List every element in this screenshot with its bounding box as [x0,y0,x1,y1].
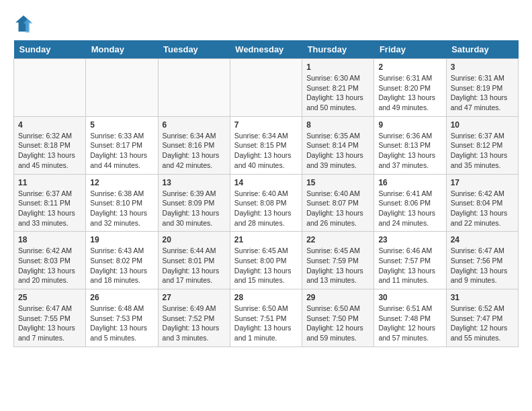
day-info: Sunrise: 6:31 AM Sunset: 8:20 PM Dayligh… [378,73,441,113]
day-number: 14 [234,178,298,187]
calendar-week-2: 4Sunrise: 6:32 AM Sunset: 8:18 PM Daylig… [14,116,519,174]
day-info: Sunrise: 6:50 AM Sunset: 7:51 PM Dayligh… [234,304,298,343]
day-number: 21 [234,235,298,244]
calendar-cell: 30Sunrise: 6:51 AM Sunset: 7:48 PM Dayli… [374,289,446,347]
day-number: 12 [90,178,153,187]
calendar-cell: 12Sunrise: 6:38 AM Sunset: 8:10 PM Dayli… [86,174,158,232]
day-info: Sunrise: 6:45 AM Sunset: 7:59 PM Dayligh… [306,246,369,285]
day-number: 15 [306,178,369,187]
day-info: Sunrise: 6:37 AM Sunset: 8:12 PM Dayligh… [451,131,514,171]
calendar-cell: 19Sunrise: 6:43 AM Sunset: 8:02 PM Dayli… [86,232,158,289]
day-number: 13 [163,178,226,187]
calendar-week-5: 25Sunrise: 6:47 AM Sunset: 7:55 PM Dayli… [14,289,519,347]
calendar-cell: 6Sunrise: 6:34 AM Sunset: 8:16 PM Daylig… [158,116,230,174]
calendar-cell: 26Sunrise: 6:48 AM Sunset: 7:53 PM Dayli… [86,289,158,347]
day-number: 4 [18,120,81,130]
calendar-cell [230,59,302,117]
calendar-cell: 17Sunrise: 6:42 AM Sunset: 8:04 PM Dayli… [446,174,518,232]
day-number: 9 [378,120,441,130]
calendar-cell: 22Sunrise: 6:45 AM Sunset: 7:59 PM Dayli… [302,232,374,289]
calendar-cell [14,59,86,117]
header-sunday: Sunday [14,40,86,59]
day-number: 2 [378,62,441,72]
calendar-cell: 13Sunrise: 6:39 AM Sunset: 8:09 PM Dayli… [158,174,230,232]
day-number: 16 [378,178,441,187]
day-number: 11 [18,178,81,187]
day-number: 30 [378,293,441,302]
day-info: Sunrise: 6:46 AM Sunset: 7:57 PM Dayligh… [378,246,441,285]
day-number: 31 [451,293,514,302]
day-info: Sunrise: 6:30 AM Sunset: 8:21 PM Dayligh… [306,73,369,113]
calendar-cell: 20Sunrise: 6:44 AM Sunset: 8:01 PM Dayli… [158,232,230,289]
day-number: 3 [451,62,514,72]
calendar-cell: 4Sunrise: 6:32 AM Sunset: 8:18 PM Daylig… [14,116,86,174]
day-info: Sunrise: 6:44 AM Sunset: 8:01 PM Dayligh… [163,246,226,285]
day-number: 24 [451,235,514,244]
day-info: Sunrise: 6:51 AM Sunset: 7:48 PM Dayligh… [378,304,441,343]
day-number: 19 [90,235,153,244]
day-info: Sunrise: 6:42 AM Sunset: 8:04 PM Dayligh… [451,189,514,228]
day-number: 10 [451,120,514,130]
calendar-table: SundayMondayTuesdayWednesdayThursdayFrid… [13,40,519,347]
calendar-cell: 29Sunrise: 6:50 AM Sunset: 7:50 PM Dayli… [302,289,374,347]
day-info: Sunrise: 6:32 AM Sunset: 8:18 PM Dayligh… [18,131,81,171]
day-info: Sunrise: 6:43 AM Sunset: 8:02 PM Dayligh… [90,246,153,285]
calendar-cell: 10Sunrise: 6:37 AM Sunset: 8:12 PM Dayli… [446,116,518,174]
calendar-cell: 15Sunrise: 6:40 AM Sunset: 8:07 PM Dayli… [302,174,374,232]
calendar-cell: 1Sunrise: 6:30 AM Sunset: 8:21 PM Daylig… [302,59,374,117]
calendar-cell: 31Sunrise: 6:52 AM Sunset: 7:47 PM Dayli… [446,289,518,347]
day-info: Sunrise: 6:35 AM Sunset: 8:14 PM Dayligh… [306,131,369,171]
day-info: Sunrise: 6:37 AM Sunset: 8:11 PM Dayligh… [18,189,81,228]
calendar-cell: 25Sunrise: 6:47 AM Sunset: 7:55 PM Dayli… [14,289,86,347]
day-info: Sunrise: 6:48 AM Sunset: 7:53 PM Dayligh… [90,304,153,343]
day-info: Sunrise: 6:33 AM Sunset: 8:17 PM Dayligh… [90,131,153,171]
calendar-week-4: 18Sunrise: 6:42 AM Sunset: 8:03 PM Dayli… [14,232,519,289]
calendar-cell: 2Sunrise: 6:31 AM Sunset: 8:20 PM Daylig… [374,59,446,117]
day-number: 5 [90,120,153,130]
calendar-cell: 14Sunrise: 6:40 AM Sunset: 8:08 PM Dayli… [230,174,302,232]
day-info: Sunrise: 6:47 AM Sunset: 7:56 PM Dayligh… [451,246,514,285]
calendar-cell: 27Sunrise: 6:49 AM Sunset: 7:52 PM Dayli… [158,289,230,347]
day-number: 28 [234,293,298,302]
day-number: 26 [90,293,153,302]
day-number: 7 [234,120,298,130]
calendar-cell: 18Sunrise: 6:42 AM Sunset: 8:03 PM Dayli… [14,232,86,289]
calendar-cell: 8Sunrise: 6:35 AM Sunset: 8:14 PM Daylig… [302,116,374,174]
day-number: 1 [306,62,369,72]
day-info: Sunrise: 6:50 AM Sunset: 7:50 PM Dayligh… [306,304,369,343]
day-number: 25 [18,293,81,302]
day-info: Sunrise: 6:41 AM Sunset: 8:06 PM Dayligh… [378,189,441,228]
calendar-header-row: SundayMondayTuesdayWednesdayThursdayFrid… [14,40,519,59]
header-saturday: Saturday [446,40,518,59]
calendar-cell: 9Sunrise: 6:36 AM Sunset: 8:13 PM Daylig… [374,116,446,174]
day-info: Sunrise: 6:34 AM Sunset: 8:15 PM Dayligh… [234,131,298,171]
day-number: 8 [306,120,369,130]
calendar-week-1: 1Sunrise: 6:30 AM Sunset: 8:21 PM Daylig… [14,59,519,117]
header-monday: Monday [86,40,158,59]
calendar-cell [86,59,158,117]
calendar-cell: 21Sunrise: 6:45 AM Sunset: 8:00 PM Dayli… [230,232,302,289]
day-info: Sunrise: 6:47 AM Sunset: 7:55 PM Dayligh… [18,304,81,343]
day-info: Sunrise: 6:31 AM Sunset: 8:19 PM Dayligh… [451,73,514,113]
day-number: 27 [163,293,226,302]
calendar-cell: 5Sunrise: 6:33 AM Sunset: 8:17 PM Daylig… [86,116,158,174]
calendar-week-3: 11Sunrise: 6:37 AM Sunset: 8:11 PM Dayli… [14,174,519,232]
day-info: Sunrise: 6:52 AM Sunset: 7:47 PM Dayligh… [451,304,514,343]
day-info: Sunrise: 6:34 AM Sunset: 8:16 PM Dayligh… [163,131,226,171]
day-number: 23 [378,235,441,244]
logo [13,13,36,34]
calendar-cell: 28Sunrise: 6:50 AM Sunset: 7:51 PM Dayli… [230,289,302,347]
calendar-cell: 11Sunrise: 6:37 AM Sunset: 8:11 PM Dayli… [14,174,86,232]
header-friday: Friday [374,40,446,59]
day-info: Sunrise: 6:42 AM Sunset: 8:03 PM Dayligh… [18,246,81,285]
calendar-cell: 23Sunrise: 6:46 AM Sunset: 7:57 PM Dayli… [374,232,446,289]
calendar-cell: 16Sunrise: 6:41 AM Sunset: 8:06 PM Dayli… [374,174,446,232]
header-thursday: Thursday [302,40,374,59]
day-info: Sunrise: 6:36 AM Sunset: 8:13 PM Dayligh… [378,131,441,171]
calendar-cell: 3Sunrise: 6:31 AM Sunset: 8:19 PM Daylig… [446,59,518,117]
day-info: Sunrise: 6:49 AM Sunset: 7:52 PM Dayligh… [163,304,226,343]
day-number: 18 [18,235,81,244]
header-tuesday: Tuesday [158,40,230,59]
day-number: 20 [163,235,226,244]
logo-icon [13,13,34,34]
